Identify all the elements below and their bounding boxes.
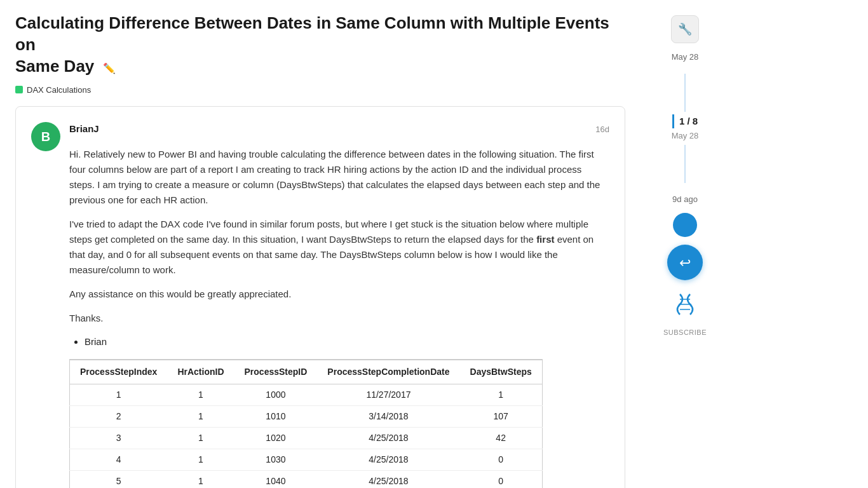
post-author[interactable]: BrianJ (69, 122, 99, 137)
body-paragraph-3: Any assistance on this would be greatly … (69, 287, 609, 302)
post-header: BrianJ 16d (69, 122, 609, 137)
notification-dot[interactable] (673, 213, 697, 237)
table-cell: 1000 (234, 384, 318, 406)
table-cell: 107 (460, 406, 543, 428)
pagination: 1 / 8 May 28 (672, 114, 699, 142)
table-cell: 0 (460, 471, 543, 488)
table-cell: 1 (70, 384, 168, 406)
table-row: 11100011/27/20171 (70, 384, 543, 406)
table-header-row: ProcessStepIndex HrActionID ProcessStepI… (70, 360, 543, 384)
table-cell: 1 (167, 428, 234, 449)
table-cell: 1 (167, 384, 234, 406)
title-line2: Same Day (15, 57, 94, 76)
table-cell: 1040 (234, 471, 318, 488)
table-cell: 0 (460, 449, 543, 471)
table-row: 3110204/25/201842 (70, 428, 543, 449)
main-content: Calculating Difference Between Dates in … (15, 13, 625, 488)
category-label: DAX Calculations (27, 84, 91, 97)
table-row: 5110404/25/20180 (70, 471, 543, 488)
table-cell: 1 (167, 471, 234, 488)
avatar: B (31, 122, 60, 151)
post-card: B BrianJ 16d Hi. Relatively new to Power… (15, 106, 625, 488)
table-cell: 4/25/2018 (317, 428, 459, 449)
table-cell: 3 (70, 428, 168, 449)
col-header-days-btw-steps: DaysBtwSteps (460, 360, 543, 384)
category-dot (15, 86, 23, 93)
category-tag[interactable]: DAX Calculations (15, 84, 91, 97)
wrench-icon: 🔧 (678, 21, 692, 38)
col-header-process-step-index: ProcessStepIndex (70, 360, 168, 384)
list-item: Brian (85, 335, 609, 349)
title-line1: Calculating Difference Between Dates in … (15, 13, 609, 54)
body-paragraph-2: I've tried to adapt the DAX code I've fo… (69, 217, 609, 278)
table-row: 2110103/14/2018107 (70, 406, 543, 428)
post-time: 16d (595, 123, 609, 136)
subscribe-label[interactable]: SUBSCRIBE (663, 327, 707, 338)
page-date: May 28 (672, 130, 699, 142)
body-paragraph-1: Hi. Relatively new to Power BI and havin… (69, 147, 609, 208)
edit-icon[interactable]: ✏️ (103, 63, 116, 74)
table-cell: 1 (167, 449, 234, 471)
body-paragraph-4: Thanks. (69, 311, 609, 326)
table-cell: 1030 (234, 449, 318, 471)
reply-icon: ↩ (679, 252, 691, 273)
subscribe-section: SUBSCRIBE (663, 293, 707, 338)
post-title: Calculating Difference Between Dates in … (15, 13, 625, 77)
sidebar-ago: 9d ago (672, 193, 698, 206)
table-row: 4110304/25/20180 (70, 449, 543, 471)
post-body: Hi. Relatively new to Power BI and havin… (69, 147, 609, 488)
col-header-process-step-id: ProcessStepID (234, 360, 318, 384)
table-cell: 2 (70, 406, 168, 428)
table-cell: 1020 (234, 428, 318, 449)
timeline-line-bottom (684, 145, 686, 183)
table-cell: 5 (70, 471, 168, 488)
col-header-completion-date: ProcessStepCompletionDate (317, 360, 459, 384)
table-cell: 11/27/2017 (317, 384, 459, 406)
table-cell: 1 (460, 384, 543, 406)
table-cell: 42 (460, 428, 543, 449)
col-header-hr-action-id: HrActionID (167, 360, 234, 384)
table-cell: 1 (167, 406, 234, 428)
page-indicator: 1 / 8 (672, 114, 698, 129)
table-cell: 1010 (234, 406, 318, 428)
table-cell: 4/25/2018 (317, 449, 459, 471)
sidebar-date-top: May 28 (672, 51, 699, 64)
body-list: Brian (85, 335, 609, 349)
subscribe-icon (675, 293, 695, 325)
timeline-line-top (684, 74, 686, 112)
reply-button[interactable]: ↩ (667, 245, 703, 280)
table-cell: 3/14/2018 (317, 406, 459, 428)
table-body: 11100011/27/201712110103/14/201810731102… (70, 384, 543, 488)
wrench-button[interactable]: 🔧 (671, 15, 699, 43)
body-p2-before: I've tried to adapt the DAX code I've fo… (69, 219, 588, 245)
body-p2-bold: first (536, 234, 554, 245)
data-table: ProcessStepIndex HrActionID ProcessStepI… (69, 359, 543, 488)
table-cell: 4/25/2018 (317, 471, 459, 488)
sidebar: 🔧 May 28 1 / 8 May 28 9d ago ↩ (641, 13, 729, 488)
table-cell: 4 (70, 449, 168, 471)
